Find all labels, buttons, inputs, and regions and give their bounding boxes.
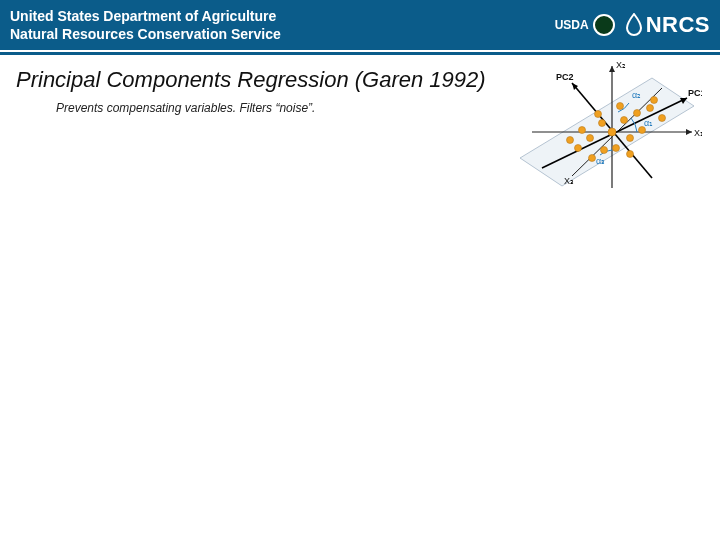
svg-point-17 [659, 115, 666, 122]
nrcs-label: NRCS [646, 12, 710, 38]
svg-marker-4 [609, 66, 615, 72]
header-titles: United States Department of Agriculture … [10, 7, 281, 43]
nrcs-badge: NRCS [625, 12, 710, 38]
svg-point-24 [617, 103, 624, 110]
pc1-label: PC1 [688, 88, 702, 98]
header-line2: Natural Resources Conservation Service [10, 25, 281, 43]
usda-label: USDA [555, 18, 589, 32]
alpha1-label: α₁ [644, 118, 653, 128]
alpha2-label: α₂ [632, 90, 641, 100]
header-bar: United States Department of Agriculture … [0, 0, 720, 50]
svg-point-26 [613, 145, 620, 152]
svg-point-23 [567, 137, 574, 144]
svg-point-13 [599, 120, 606, 127]
pca-diagram: X₁ X₂ X₃ PC1 PC2 α₁ α₂ α₃ [512, 58, 702, 198]
svg-point-12 [575, 145, 582, 152]
svg-point-27 [627, 151, 634, 158]
svg-point-16 [647, 105, 654, 112]
header-line1: United States Department of Agriculture [10, 7, 281, 25]
svg-point-11 [587, 135, 594, 142]
svg-point-10 [608, 128, 616, 136]
axis-x2-label: X₂ [616, 60, 626, 70]
svg-point-14 [621, 117, 628, 124]
svg-marker-2 [686, 129, 692, 135]
water-drop-icon [625, 13, 643, 37]
usda-seal-icon [593, 14, 615, 36]
svg-point-28 [595, 111, 602, 118]
header-logos: USDA NRCS [555, 12, 710, 38]
axis-x1-label: X₁ [694, 128, 702, 138]
axis-x3-label: X₃ [564, 176, 574, 186]
svg-point-25 [651, 97, 658, 104]
svg-point-18 [627, 135, 634, 142]
svg-point-20 [601, 147, 608, 154]
svg-point-15 [634, 110, 641, 117]
alpha3-label: α₃ [596, 156, 605, 166]
pc2-label: PC2 [556, 72, 574, 82]
usda-badge: USDA [555, 14, 615, 36]
svg-point-21 [589, 155, 596, 162]
svg-point-22 [579, 127, 586, 134]
